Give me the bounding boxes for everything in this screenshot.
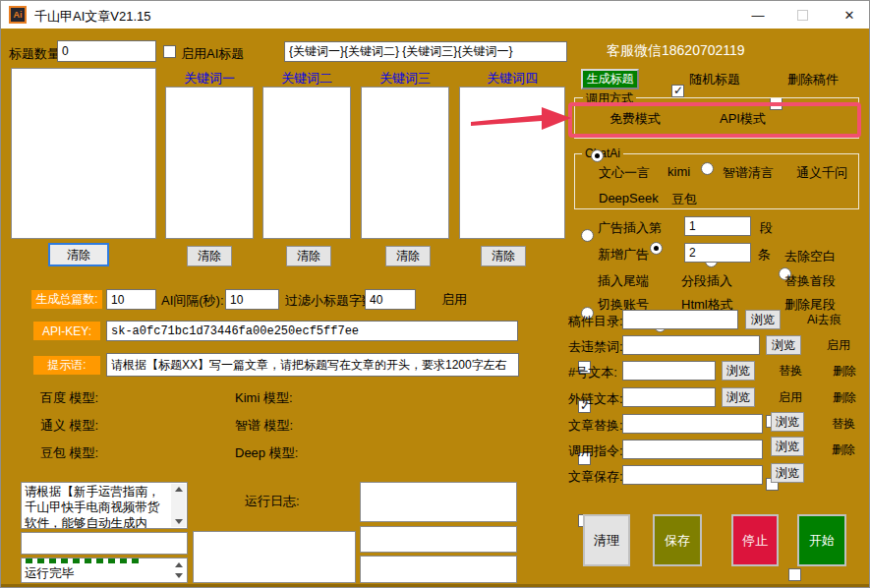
doubao-model-label: 豆包 模型: (40, 444, 98, 462)
prompt-preview-text: 请根据【新手运营指南，千山甲快手电商视频带货软件，能够自动生成内容，推 (25, 484, 169, 529)
zhipu-label: 智谱清言 (723, 164, 774, 182)
keyword-col2-header: 关键词二 (262, 70, 351, 88)
clear-button-kw1[interactable]: 清除 (187, 246, 232, 266)
keyword-box-2[interactable] (262, 87, 351, 239)
hash-text-browse-button[interactable]: 浏览 (722, 361, 755, 381)
log-box-3[interactable] (360, 556, 517, 583)
title-list-box[interactable] (11, 68, 156, 239)
filter-subtitle-input[interactable] (365, 289, 416, 310)
keyword-template-input[interactable] (284, 41, 567, 62)
stop-button[interactable]: 停止 (731, 514, 779, 566)
ban-words-browse-button[interactable]: 浏览 (766, 335, 801, 355)
doubao-label: 豆包 (671, 191, 697, 208)
close-button[interactable]: ✕ (830, 1, 869, 29)
ad-insert-at-input[interactable] (684, 216, 751, 236)
apikey-input[interactable] (106, 321, 518, 341)
new-ad-unit: 条 (758, 246, 771, 264)
kimi-model-label: Kimi 模型: (235, 389, 293, 407)
replace-first-label: 替换首段 (784, 272, 836, 290)
draft-dir-input[interactable] (622, 310, 738, 329)
ai-trace-label: Ai去痕 (807, 312, 841, 328)
clean-button[interactable]: 清理 (583, 514, 630, 566)
apikey-label: API-KEY: (33, 322, 100, 340)
title-bar: Ai 千山甲AI文章V21.15 — ✕ (1, 1, 869, 29)
scroll-up-icon[interactable] (175, 562, 183, 567)
title-count-input[interactable] (57, 40, 156, 62)
scroll-up-icon[interactable] (175, 487, 183, 492)
maximize-icon (797, 10, 808, 21)
hash-replace-label: 替换 (779, 363, 802, 380)
article-replace-browse-button[interactable]: 浏览 (771, 412, 804, 432)
deepseek-label: DeepSeek (599, 191, 659, 206)
ad-insert-at-unit: 段 (760, 219, 773, 237)
start-button[interactable]: 开始 (797, 514, 846, 566)
new-ad-input[interactable] (684, 243, 751, 263)
article-replace-check-label: 替换 (832, 416, 855, 433)
minimize-icon: — (752, 8, 765, 23)
extlink-input[interactable] (622, 387, 716, 407)
log-box-2[interactable] (360, 526, 517, 553)
keyword-col3-header: 关键词三 (361, 70, 449, 88)
clear-button-kw3[interactable]: 清除 (385, 246, 431, 266)
article-save-input[interactable] (622, 465, 763, 485)
extlink-delete-label: 删除 (833, 389, 856, 406)
scroll-down-icon[interactable] (175, 573, 183, 578)
scrollbar[interactable] (171, 559, 186, 581)
article-save-browse-button[interactable]: 浏览 (771, 463, 804, 483)
pointer-arrow-icon (471, 105, 573, 133)
baidu-model-label: 百度 模型: (40, 389, 98, 407)
draft-dir-browse-button[interactable]: 浏览 (745, 310, 781, 329)
ad-insert-at-label: 广告插入第 (598, 219, 662, 237)
clear-button-kw2[interactable]: 清除 (286, 246, 331, 266)
interval-label: AI间隔(秒): (161, 292, 224, 310)
api-mode-radio[interactable] (701, 162, 714, 175)
extlink-enable-label: 启用 (779, 389, 802, 406)
close-icon: ✕ (844, 8, 855, 23)
window-bottom-edge (1, 584, 869, 588)
save-button[interactable]: 保存 (653, 514, 702, 566)
call-command-delete-label: 删除 (832, 441, 855, 458)
hash-text-input[interactable] (622, 361, 716, 381)
article-save-label: 文章保存: (568, 468, 623, 486)
total-count-label: 生成总篇数: (31, 290, 102, 309)
wenxin-label: 文心一言 (599, 164, 650, 182)
log-box-left[interactable] (21, 532, 188, 555)
scroll-down-icon[interactable] (175, 519, 183, 524)
random-title-checkbox[interactable] (671, 85, 684, 97)
scrollbar[interactable] (171, 484, 186, 527)
ban-words-label: 去违禁词: (568, 338, 623, 356)
interval-input[interactable] (225, 289, 279, 310)
ban-words-input[interactable] (622, 335, 760, 355)
extlink-browse-button[interactable]: 浏览 (722, 387, 755, 407)
run-status-box[interactable]: 运行完毕 (21, 558, 188, 583)
kimi-radio[interactable] (650, 242, 663, 255)
generate-title-button[interactable]: 生成标题 (581, 69, 639, 89)
keyword-box-1[interactable] (165, 87, 254, 239)
ai-trace-checkbox[interactable] (788, 568, 801, 581)
wechat-contact-text: 客服微信18620702119 (607, 42, 745, 60)
title-count-label: 标题数量: (9, 45, 64, 63)
minimize-button[interactable]: — (738, 1, 778, 29)
log-box-middle[interactable] (193, 531, 356, 583)
app-window: Ai 千山甲AI文章V21.15 — ✕ 标题数量: 启用AI标题 客服微信18… (0, 0, 870, 588)
keyword-box-3[interactable] (361, 87, 449, 239)
log-box-1[interactable] (360, 482, 517, 522)
total-count-input[interactable] (106, 289, 156, 310)
maximize-button[interactable] (783, 1, 822, 29)
call-command-input[interactable] (622, 440, 763, 459)
window-title: 千山甲AI文章V21.15 (34, 8, 151, 26)
zhipu-model-label: 智谱 模型: (235, 417, 293, 435)
free-mode-radio[interactable] (591, 149, 604, 162)
clear-button-kw4[interactable]: 清除 (481, 246, 526, 266)
hash-delete-label: 删除 (833, 363, 856, 380)
run-done-text: 运行完毕 (25, 565, 74, 582)
wenxin-radio[interactable] (581, 229, 594, 242)
article-replace-input[interactable] (622, 414, 763, 434)
tongyi-label: 通义千问 (796, 164, 847, 182)
prompt-input[interactable] (106, 353, 519, 377)
clear-button-titles[interactable]: 清除 (48, 243, 109, 266)
call-command-browse-button[interactable]: 浏览 (771, 437, 804, 456)
insert-tail-label: 插入尾端 (598, 272, 649, 290)
prompt-preview-textarea[interactable]: 请根据【新手运营指南，千山甲快手电商视频带货软件，能够自动生成内容，推 (21, 482, 188, 529)
ai-title-checkbox[interactable] (163, 45, 176, 58)
